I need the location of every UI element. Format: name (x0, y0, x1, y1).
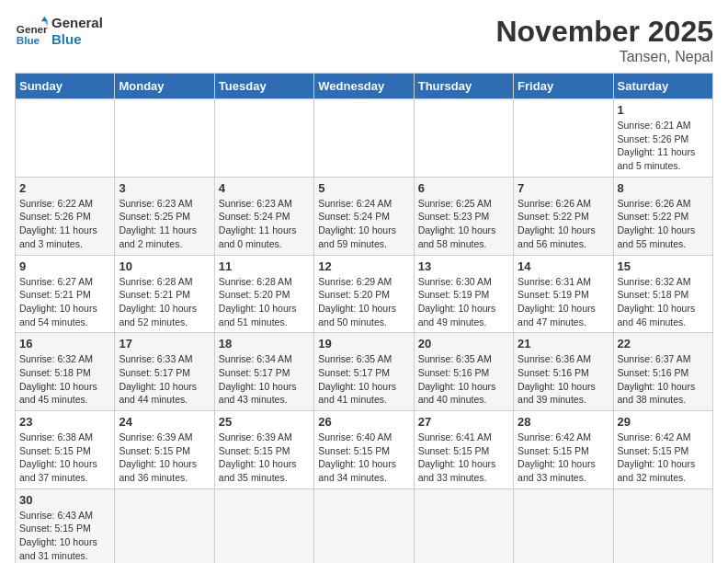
calendar-cell: 8Sunrise: 6:26 AM Sunset: 5:22 PM Daylig… (613, 177, 712, 255)
day-info: Sunrise: 6:22 AM Sunset: 5:26 PM Dayligh… (19, 197, 110, 251)
calendar-cell: 1Sunrise: 6:21 AM Sunset: 5:26 PM Daylig… (613, 99, 712, 178)
weekday-header-friday: Friday (514, 74, 613, 99)
svg-text:General: General (17, 23, 48, 35)
day-number: 23 (19, 415, 110, 429)
day-number: 22 (618, 337, 709, 350)
day-number: 30 (19, 493, 110, 507)
calendar-cell (514, 488, 613, 563)
calendar-cell: 26Sunrise: 6:40 AM Sunset: 5:15 PM Dayli… (314, 411, 414, 489)
calendar-cell: 11Sunrise: 6:28 AM Sunset: 5:20 PM Dayli… (214, 255, 313, 333)
day-info: Sunrise: 6:40 AM Sunset: 5:15 PM Dayligh… (318, 431, 409, 485)
weekday-header-monday: Monday (115, 74, 214, 99)
day-info: Sunrise: 6:39 AM Sunset: 5:15 PM Dayligh… (219, 431, 310, 485)
calendar-cell (115, 488, 214, 563)
day-number: 18 (219, 337, 310, 350)
day-number: 24 (119, 415, 210, 429)
day-info: Sunrise: 6:23 AM Sunset: 5:24 PM Dayligh… (219, 197, 310, 251)
calendar-cell (414, 488, 513, 563)
weekday-header-saturday: Saturday (613, 74, 712, 99)
calendar-cell: 22Sunrise: 6:37 AM Sunset: 5:16 PM Dayli… (613, 333, 712, 411)
day-number: 10 (119, 259, 210, 273)
calendar-table: SundayMondayTuesdayWednesdayThursdayFrid… (15, 73, 713, 563)
day-number: 20 (418, 337, 509, 350)
calendar-cell: 10Sunrise: 6:28 AM Sunset: 5:21 PM Dayli… (115, 255, 214, 333)
calendar-cell: 30Sunrise: 6:43 AM Sunset: 5:15 PM Dayli… (16, 488, 115, 563)
day-info: Sunrise: 6:27 AM Sunset: 5:21 PM Dayligh… (19, 275, 110, 329)
day-info: Sunrise: 6:26 AM Sunset: 5:22 PM Dayligh… (618, 197, 709, 251)
calendar-cell: 7Sunrise: 6:26 AM Sunset: 5:22 PM Daylig… (514, 177, 613, 255)
calendar-cell: 20Sunrise: 6:35 AM Sunset: 5:16 PM Dayli… (414, 333, 513, 411)
calendar-cell: 9Sunrise: 6:27 AM Sunset: 5:21 PM Daylig… (16, 255, 115, 333)
calendar-cell: 24Sunrise: 6:39 AM Sunset: 5:15 PM Dayli… (115, 411, 214, 489)
day-number: 15 (618, 259, 709, 273)
day-info: Sunrise: 6:28 AM Sunset: 5:21 PM Dayligh… (119, 275, 210, 329)
month-title: November 2025 (495, 15, 713, 49)
calendar-cell: 16Sunrise: 6:32 AM Sunset: 5:18 PM Dayli… (16, 333, 115, 411)
day-info: Sunrise: 6:29 AM Sunset: 5:20 PM Dayligh… (318, 275, 409, 329)
day-number: 28 (518, 415, 609, 429)
week-row-3: 9Sunrise: 6:27 AM Sunset: 5:21 PM Daylig… (16, 255, 713, 333)
calendar-cell: 2Sunrise: 6:22 AM Sunset: 5:26 PM Daylig… (16, 177, 115, 255)
calendar-cell: 17Sunrise: 6:33 AM Sunset: 5:17 PM Dayli… (115, 333, 214, 411)
day-info: Sunrise: 6:42 AM Sunset: 5:15 PM Dayligh… (618, 431, 709, 485)
calendar-cell: 6Sunrise: 6:25 AM Sunset: 5:23 PM Daylig… (414, 177, 513, 255)
calendar-cell (115, 99, 214, 178)
day-number: 7 (518, 181, 609, 195)
calendar-cell (314, 99, 414, 178)
location: Tansen, Nepal (495, 49, 713, 65)
week-row-4: 16Sunrise: 6:32 AM Sunset: 5:18 PM Dayli… (16, 333, 713, 411)
day-info: Sunrise: 6:23 AM Sunset: 5:25 PM Dayligh… (119, 197, 210, 251)
day-number: 2 (19, 181, 110, 195)
day-number: 11 (219, 259, 310, 273)
calendar-cell: 14Sunrise: 6:31 AM Sunset: 5:19 PM Dayli… (514, 255, 613, 333)
calendar-cell (314, 488, 414, 563)
logo: General Blue General Blue (15, 15, 103, 48)
calendar-cell: 18Sunrise: 6:34 AM Sunset: 5:17 PM Dayli… (214, 333, 313, 411)
calendar-cell: 28Sunrise: 6:42 AM Sunset: 5:15 PM Dayli… (514, 411, 613, 489)
calendar-cell: 27Sunrise: 6:41 AM Sunset: 5:15 PM Dayli… (414, 411, 513, 489)
svg-marker-2 (41, 17, 48, 21)
day-info: Sunrise: 6:35 AM Sunset: 5:17 PM Dayligh… (318, 352, 409, 407)
weekday-header-thursday: Thursday (414, 74, 513, 99)
day-number: 8 (618, 181, 709, 195)
day-number: 29 (618, 415, 709, 429)
svg-text:Blue: Blue (17, 34, 40, 46)
calendar-cell: 29Sunrise: 6:42 AM Sunset: 5:15 PM Dayli… (613, 411, 712, 489)
calendar-cell (613, 488, 712, 563)
day-number: 25 (219, 415, 310, 429)
day-info: Sunrise: 6:35 AM Sunset: 5:16 PM Dayligh… (418, 352, 509, 407)
day-info: Sunrise: 6:21 AM Sunset: 5:26 PM Dayligh… (618, 119, 709, 173)
day-number: 3 (119, 181, 210, 195)
day-number: 14 (518, 259, 609, 273)
day-number: 5 (318, 181, 409, 195)
day-info: Sunrise: 6:42 AM Sunset: 5:15 PM Dayligh… (518, 431, 609, 485)
logo-general: General (51, 15, 103, 31)
calendar-cell (414, 99, 513, 178)
logo-icon: General Blue (15, 15, 48, 48)
calendar-cell: 25Sunrise: 6:39 AM Sunset: 5:15 PM Dayli… (214, 411, 313, 489)
day-info: Sunrise: 6:36 AM Sunset: 5:16 PM Dayligh… (518, 352, 609, 407)
day-number: 26 (318, 415, 409, 429)
day-number: 4 (219, 181, 310, 195)
day-info: Sunrise: 6:32 AM Sunset: 5:18 PM Dayligh… (19, 352, 110, 407)
day-info: Sunrise: 6:39 AM Sunset: 5:15 PM Dayligh… (119, 431, 210, 485)
day-info: Sunrise: 6:34 AM Sunset: 5:17 PM Dayligh… (219, 352, 310, 407)
day-number: 19 (318, 337, 409, 350)
calendar-cell: 4Sunrise: 6:23 AM Sunset: 5:24 PM Daylig… (214, 177, 313, 255)
day-number: 12 (318, 259, 409, 273)
day-number: 27 (418, 415, 509, 429)
week-row-6: 30Sunrise: 6:43 AM Sunset: 5:15 PM Dayli… (16, 488, 713, 563)
day-info: Sunrise: 6:31 AM Sunset: 5:19 PM Dayligh… (518, 275, 609, 329)
weekday-header-wednesday: Wednesday (314, 74, 414, 99)
calendar-cell: 19Sunrise: 6:35 AM Sunset: 5:17 PM Dayli… (314, 333, 414, 411)
day-info: Sunrise: 6:38 AM Sunset: 5:15 PM Dayligh… (19, 431, 110, 485)
calendar-cell (214, 99, 313, 178)
calendar-cell: 13Sunrise: 6:30 AM Sunset: 5:19 PM Dayli… (414, 255, 513, 333)
calendar-cell (214, 488, 313, 563)
day-info: Sunrise: 6:32 AM Sunset: 5:18 PM Dayligh… (618, 275, 709, 329)
week-row-5: 23Sunrise: 6:38 AM Sunset: 5:15 PM Dayli… (16, 411, 713, 489)
day-number: 13 (418, 259, 509, 273)
calendar-cell (16, 99, 115, 178)
day-info: Sunrise: 6:26 AM Sunset: 5:22 PM Dayligh… (518, 197, 609, 251)
day-info: Sunrise: 6:28 AM Sunset: 5:20 PM Dayligh… (219, 275, 310, 329)
